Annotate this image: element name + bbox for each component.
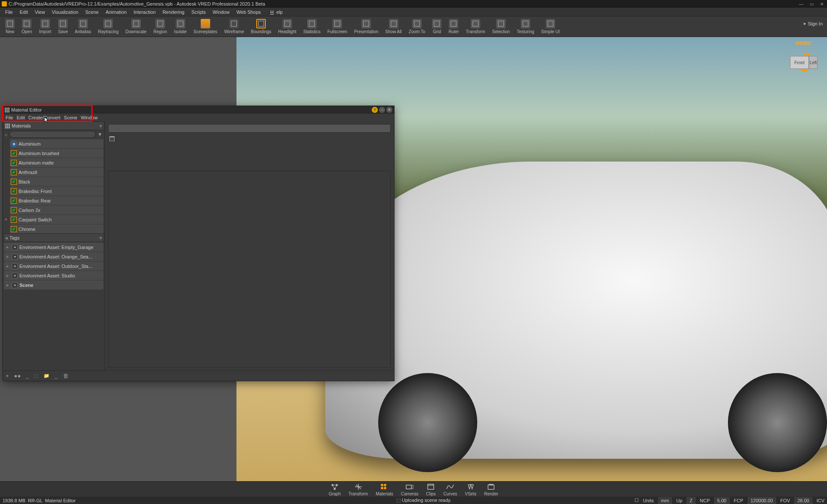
duplicate-icon[interactable]: ●●	[14, 373, 21, 379]
mat-menu-window[interactable]: Window	[81, 115, 98, 120]
mat-menu-file[interactable]: File	[6, 115, 13, 120]
mat-menu-create-convert[interactable]: Create/Convert	[28, 115, 61, 120]
tool-headlight[interactable]: Headlight	[275, 18, 300, 35]
filter-icon[interactable]: ▼	[97, 131, 103, 137]
menu-file[interactable]: File	[3, 9, 16, 16]
material-item[interactable]: ✓Aluminium matte	[10, 158, 103, 167]
bottom-tool-clips[interactable]: Clips	[426, 482, 435, 496]
panel-close-button[interactable]: ✕	[386, 107, 392, 113]
material-item[interactable]: ✓Brakedisc Front	[10, 187, 103, 196]
tool-isolate[interactable]: Isolate	[171, 18, 190, 35]
tags-list[interactable]: +◂Environment Asset: Empty_Garage+◂Envir…	[3, 242, 104, 370]
material-item[interactable]: ✓Anthrazit	[10, 168, 103, 177]
tool-raytracing[interactable]: Raytracing	[94, 18, 122, 35]
tool-antialias[interactable]: Antialias	[72, 18, 95, 35]
tag-item[interactable]: +◂Environment Asset: Studio	[4, 271, 103, 280]
tool-downscale[interactable]: Downscale	[122, 18, 150, 35]
tool-boundings[interactable]: Boundings	[248, 18, 275, 35]
status-message: ⬚ Uploading scene ready.	[396, 498, 451, 503]
add-icon[interactable]: +	[6, 373, 9, 379]
tool-ruler[interactable]: Ruler	[445, 18, 462, 35]
folder-icon[interactable]: 📁	[44, 373, 50, 379]
bottom-tool-vsets[interactable]: VSets	[465, 482, 476, 496]
menu-window[interactable]: Window	[210, 9, 232, 16]
tool-open[interactable]: Open	[18, 18, 35, 35]
tool-transform[interactable]: Transform	[462, 18, 488, 35]
material-search-input[interactable]	[9, 131, 96, 138]
bottom-tool-transform[interactable]: Transform	[348, 482, 368, 496]
tool-statistics[interactable]: Statistics	[300, 18, 324, 35]
tool-presentation[interactable]: Presentation	[351, 18, 382, 35]
preview-mode-icon[interactable]	[108, 135, 116, 142]
material-item[interactable]: ✓Black	[10, 177, 103, 186]
panel-help-button[interactable]: ?	[372, 107, 378, 113]
viewcube-left[interactable]: Left	[809, 56, 818, 69]
menu-visualization[interactable]: Visualization	[49, 9, 81, 16]
material-item[interactable]: ✓Carbon 2x	[10, 205, 103, 215]
trash-icon[interactable]: 🗑	[63, 373, 68, 379]
tags-section-header[interactable]: ◂ Tags ▾	[3, 233, 104, 242]
bottom-tool-cameras[interactable]: Cameras	[401, 482, 419, 496]
material-item[interactable]: ✓Brakedisc Rear	[10, 196, 103, 205]
bottom-tool-materials[interactable]: Materials	[376, 482, 393, 496]
tool-show-all[interactable]: Show All	[382, 18, 405, 35]
close-button[interactable]: ✕	[817, 0, 827, 8]
menu-edit[interactable]: Edit	[17, 9, 31, 16]
fcp-field[interactable]: 120000.00	[748, 497, 776, 504]
signin-link[interactable]: ▸ Sign In	[804, 21, 823, 26]
menu-web-shops[interactable]: Web Shops	[234, 9, 264, 16]
tool-selection[interactable]: Selection	[489, 18, 513, 35]
tool-texturing[interactable]: Texturing	[513, 18, 538, 35]
mat-menu-edit[interactable]: Edit	[17, 115, 25, 120]
units-select[interactable]: mm	[658, 497, 672, 504]
material-item[interactable]: ✓Aluminium brushed	[10, 149, 103, 158]
materials-list[interactable]: ◉Aluminium✓Aluminium brushed✓Aluminium m…	[3, 139, 104, 233]
mat-menu-scene[interactable]: Scene	[64, 115, 77, 120]
bottom-tool-render[interactable]: Render	[484, 482, 498, 496]
tool-zoom-to[interactable]: Zoom To	[405, 18, 429, 35]
menu-scene[interactable]: Scene	[83, 9, 101, 16]
panel-minimize-button[interactable]: –	[379, 107, 385, 113]
material-name-field[interactable]	[108, 124, 391, 133]
tool-new[interactable]: New	[2, 18, 18, 35]
tool-fullscreen[interactable]: Fullscreen	[324, 18, 351, 35]
tool-wireframe[interactable]: Wireframe	[221, 18, 247, 35]
material-item[interactable]: ✓Carpaint Switch	[10, 215, 103, 224]
up-axis-select[interactable]: Z	[687, 497, 696, 504]
tool-import[interactable]: Import	[35, 18, 54, 35]
tool-simple-ui[interactable]: Simple UI	[538, 18, 563, 35]
menu-help[interactable]: Help	[265, 9, 286, 16]
menu-animation[interactable]: Animation	[103, 9, 129, 16]
maximize-button[interactable]: ▭	[806, 0, 817, 8]
minimize-button[interactable]: —	[796, 0, 806, 8]
viewcube-home[interactable]: HOME	[787, 40, 821, 46]
tag-item[interactable]: +◂Environment Asset: Orange_Sea...	[4, 252, 103, 261]
fov-field[interactable]: 28.00	[794, 497, 812, 504]
tool-region[interactable]: Region	[150, 18, 171, 35]
material-item[interactable]: ◉Aluminium	[10, 139, 103, 148]
slider-icon[interactable]: ⎯	[26, 373, 29, 379]
viewcube-front[interactable]: Front	[790, 56, 809, 69]
viewcube-widget[interactable]: HOME Front Left	[787, 40, 821, 72]
icv-button[interactable]: ICV	[817, 498, 824, 503]
material-editor-titlebar[interactable]: Material Editor ? – ✕	[3, 106, 394, 114]
tool-save[interactable]: Save	[55, 18, 72, 35]
tag-item[interactable]: +◂Environment Asset: Empty_Garage	[4, 243, 103, 252]
select-icon[interactable]: ⬚	[34, 373, 38, 379]
tag-item[interactable]: +◂Environment Asset: Outdoor_Sta...	[4, 261, 103, 271]
chevron-down-icon[interactable]: ▾	[99, 235, 102, 241]
menu-scripts[interactable]: Scripts	[189, 9, 208, 16]
tool-grid[interactable]: Grid	[429, 18, 445, 35]
menu-view[interactable]: View	[32, 9, 48, 16]
material-item[interactable]: ✓Chrome	[10, 224, 103, 233]
bottom-tool-graph[interactable]: Graph	[329, 482, 341, 496]
ncp-field[interactable]: 5.00	[714, 497, 729, 504]
menu-interaction[interactable]: Interaction	[131, 9, 158, 16]
tag-item[interactable]: +◂Scene	[4, 280, 103, 289]
bottom-tool-curves[interactable]: Curves	[444, 482, 457, 496]
materials-section-header[interactable]: Materials ▾	[3, 121, 104, 130]
tool-sceneplates[interactable]: Sceneplates	[190, 18, 221, 35]
brush-icon[interactable]: ⎯	[55, 373, 58, 379]
chevron-down-icon[interactable]: ▾	[99, 123, 102, 129]
menu-rendering[interactable]: Rendering	[160, 9, 187, 16]
